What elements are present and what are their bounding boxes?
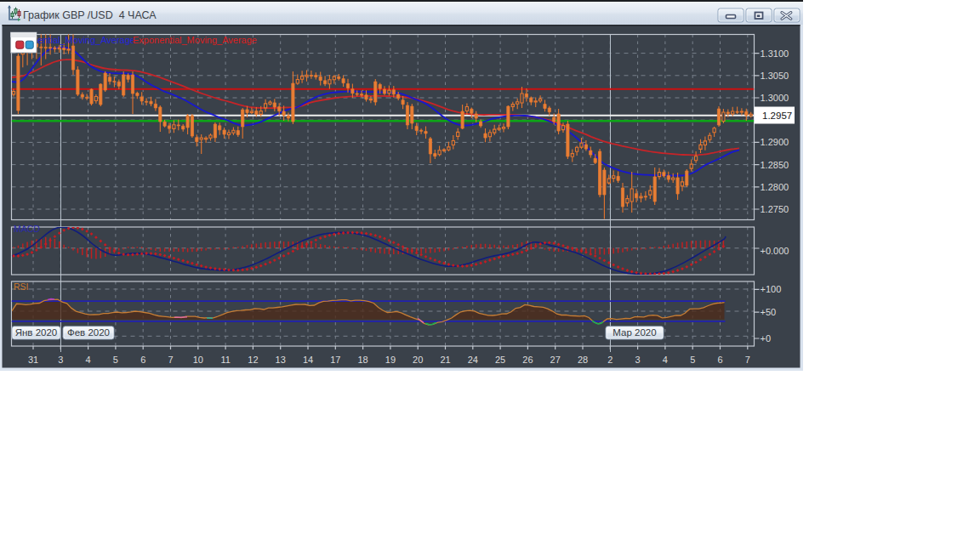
svg-text:1.3050: 1.3050 [761, 71, 789, 81]
svg-text:13: 13 [276, 355, 286, 365]
svg-text:6: 6 [717, 355, 722, 365]
svg-text:28: 28 [578, 355, 588, 365]
svg-text:3: 3 [58, 355, 63, 365]
svg-text:10: 10 [193, 355, 203, 365]
svg-text:+100: +100 [761, 284, 782, 294]
svg-text:11: 11 [220, 355, 230, 365]
svg-text:3: 3 [635, 355, 641, 365]
svg-text:20: 20 [413, 355, 423, 365]
svg-text:1.2800: 1.2800 [761, 182, 789, 192]
svg-text:+50: +50 [761, 307, 777, 317]
svg-text:5: 5 [113, 355, 118, 365]
svg-text:Мар 2020: Мар 2020 [612, 327, 656, 338]
svg-text:4: 4 [663, 355, 668, 365]
svg-text:1.2850: 1.2850 [761, 160, 789, 170]
svg-text:Фев 2020: Фев 2020 [67, 327, 110, 338]
svg-text:24: 24 [468, 355, 478, 365]
svg-text:19: 19 [385, 355, 396, 365]
svg-text:Янв 2020: Янв 2020 [15, 327, 58, 338]
svg-text:18: 18 [357, 355, 368, 365]
svg-text:27: 27 [550, 355, 561, 365]
svg-text:MACD: MACD [14, 224, 40, 234]
svg-text:1.3100: 1.3100 [761, 48, 789, 59]
svg-text:17: 17 [330, 355, 340, 365]
svg-text:RSI: RSI [14, 281, 29, 292]
svg-text:1.2750: 1.2750 [761, 204, 789, 214]
svg-text:График GBP /USD 4 ЧАСА: График GBP /USD 4 ЧАСА [23, 9, 157, 21]
svg-text:2: 2 [607, 355, 612, 365]
svg-text:7: 7 [168, 355, 173, 365]
svg-text:1.3000: 1.3000 [761, 93, 789, 103]
svg-text:25: 25 [495, 355, 505, 365]
svg-text:4: 4 [86, 355, 91, 365]
svg-text:Exponential_Moving_Average: Exponential_Moving_Average [133, 35, 257, 45]
svg-text:7: 7 [745, 355, 750, 365]
svg-text:31: 31 [28, 355, 38, 365]
svg-text:12: 12 [248, 355, 258, 365]
svg-text:+0: +0 [761, 333, 772, 344]
svg-text:+0.000: +0.000 [761, 246, 789, 256]
svg-text:5: 5 [690, 355, 695, 365]
svg-text:6: 6 [140, 355, 145, 365]
svg-text:14: 14 [303, 355, 313, 365]
svg-text:21: 21 [440, 355, 450, 365]
svg-text:1.2957: 1.2957 [762, 111, 792, 121]
svg-text:26: 26 [522, 355, 533, 365]
svg-text:1.2900: 1.2900 [761, 137, 789, 147]
